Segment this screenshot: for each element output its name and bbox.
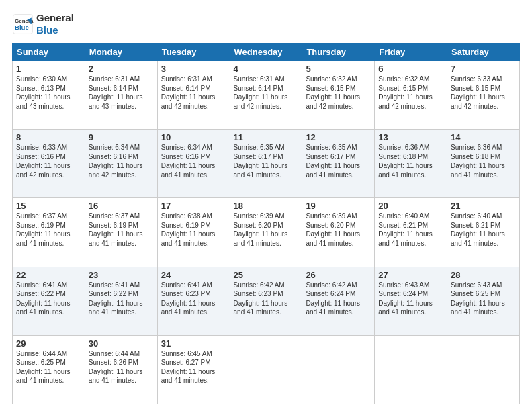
cell-info: Sunrise: 6:43 AMSunset: 6:25 PMDaylight:… xyxy=(451,281,505,316)
calendar-cell: 27 Sunrise: 6:43 AMSunset: 6:24 PMDaylig… xyxy=(375,267,447,335)
day-number: 23 xyxy=(89,270,154,280)
col-header-monday: Monday xyxy=(85,44,157,61)
cell-info: Sunrise: 6:39 AMSunset: 6:20 PMDaylight:… xyxy=(234,212,288,247)
cell-info: Sunrise: 6:41 AMSunset: 6:23 PMDaylight:… xyxy=(161,281,216,316)
day-number: 25 xyxy=(234,270,299,280)
day-number: 22 xyxy=(16,270,81,280)
day-number: 26 xyxy=(306,270,371,280)
cell-info: Sunrise: 6:40 AMSunset: 6:21 PMDaylight:… xyxy=(451,212,505,247)
header: General Blue General Blue xyxy=(12,12,520,36)
calendar-cell: 25 Sunrise: 6:42 AMSunset: 6:23 PMDaylig… xyxy=(230,267,302,335)
calendar-cell xyxy=(302,335,375,404)
calendar-cell xyxy=(375,335,447,404)
day-number: 4 xyxy=(234,64,299,74)
calendar-cell: 30 Sunrise: 6:44 AMSunset: 6:26 PMDaylig… xyxy=(85,335,157,404)
cell-info: Sunrise: 6:36 AMSunset: 6:18 PMDaylight:… xyxy=(451,144,505,179)
cell-info: Sunrise: 6:35 AMSunset: 6:17 PMDaylight:… xyxy=(234,144,288,179)
calendar-cell: 12 Sunrise: 6:35 AMSunset: 6:17 PMDaylig… xyxy=(302,130,375,198)
col-header-wednesday: Wednesday xyxy=(230,44,302,61)
cell-info: Sunrise: 6:38 AMSunset: 6:19 PMDaylight:… xyxy=(161,212,216,247)
calendar-cell: 28 Sunrise: 6:43 AMSunset: 6:25 PMDaylig… xyxy=(447,267,520,335)
day-number: 29 xyxy=(16,338,81,349)
cell-info: Sunrise: 6:44 AMSunset: 6:25 PMDaylight:… xyxy=(16,350,71,385)
calendar-cell: 16 Sunrise: 6:37 AMSunset: 6:19 PMDaylig… xyxy=(85,198,157,267)
cell-info: Sunrise: 6:31 AMSunset: 6:14 PMDaylight:… xyxy=(234,75,288,110)
cell-info: Sunrise: 6:40 AMSunset: 6:21 PMDaylight:… xyxy=(378,212,433,247)
calendar-cell: 11 Sunrise: 6:35 AMSunset: 6:17 PMDaylig… xyxy=(230,130,302,198)
cell-info: Sunrise: 6:34 AMSunset: 6:16 PMDaylight:… xyxy=(89,144,143,179)
col-header-tuesday: Tuesday xyxy=(157,44,230,61)
day-number: 17 xyxy=(161,201,226,211)
day-number: 30 xyxy=(89,338,154,349)
cell-info: Sunrise: 6:42 AMSunset: 6:23 PMDaylight:… xyxy=(234,281,288,316)
svg-text:Blue: Blue xyxy=(15,24,29,31)
calendar-header-row: SundayMondayTuesdayWednesdayThursdayFrid… xyxy=(13,44,520,61)
cell-info: Sunrise: 6:35 AMSunset: 6:17 PMDaylight:… xyxy=(306,144,360,179)
calendar-week-row: 8 Sunrise: 6:33 AMSunset: 6:16 PMDayligh… xyxy=(13,130,520,198)
calendar-cell: 10 Sunrise: 6:34 AMSunset: 6:16 PMDaylig… xyxy=(157,130,230,198)
cell-info: Sunrise: 6:36 AMSunset: 6:18 PMDaylight:… xyxy=(378,144,433,179)
page: General Blue General Blue SundayMondayTu… xyxy=(0,0,532,411)
day-number: 2 xyxy=(89,64,154,74)
day-number: 6 xyxy=(378,64,443,74)
calendar-cell: 26 Sunrise: 6:42 AMSunset: 6:24 PMDaylig… xyxy=(302,267,375,335)
cell-info: Sunrise: 6:30 AMSunset: 6:13 PMDaylight:… xyxy=(16,75,71,110)
col-header-thursday: Thursday xyxy=(302,44,375,61)
day-number: 9 xyxy=(89,132,154,142)
cell-info: Sunrise: 6:32 AMSunset: 6:15 PMDaylight:… xyxy=(306,75,360,110)
calendar-week-row: 29 Sunrise: 6:44 AMSunset: 6:25 PMDaylig… xyxy=(13,335,520,404)
calendar-cell: 6 Sunrise: 6:32 AMSunset: 6:15 PMDayligh… xyxy=(375,61,447,130)
day-number: 11 xyxy=(234,132,299,142)
cell-info: Sunrise: 6:31 AMSunset: 6:14 PMDaylight:… xyxy=(161,75,216,110)
cell-info: Sunrise: 6:37 AMSunset: 6:19 PMDaylight:… xyxy=(89,212,143,247)
day-number: 7 xyxy=(451,64,516,74)
logo-icon: General Blue xyxy=(12,13,34,35)
calendar-cell: 8 Sunrise: 6:33 AMSunset: 6:16 PMDayligh… xyxy=(13,130,85,198)
cell-info: Sunrise: 6:44 AMSunset: 6:26 PMDaylight:… xyxy=(89,350,143,385)
day-number: 27 xyxy=(378,270,443,280)
cell-info: Sunrise: 6:33 AMSunset: 6:15 PMDaylight:… xyxy=(451,75,505,110)
day-number: 5 xyxy=(306,64,371,74)
cell-info: Sunrise: 6:43 AMSunset: 6:24 PMDaylight:… xyxy=(378,281,433,316)
day-number: 20 xyxy=(378,201,443,211)
calendar-cell: 23 Sunrise: 6:41 AMSunset: 6:22 PMDaylig… xyxy=(85,267,157,335)
calendar-cell: 18 Sunrise: 6:39 AMSunset: 6:20 PMDaylig… xyxy=(230,198,302,267)
calendar-cell: 13 Sunrise: 6:36 AMSunset: 6:18 PMDaylig… xyxy=(375,130,447,198)
calendar-week-row: 15 Sunrise: 6:37 AMSunset: 6:19 PMDaylig… xyxy=(13,198,520,267)
calendar-cell: 3 Sunrise: 6:31 AMSunset: 6:14 PMDayligh… xyxy=(157,61,230,130)
calendar-cell: 17 Sunrise: 6:38 AMSunset: 6:19 PMDaylig… xyxy=(157,198,230,267)
day-number: 14 xyxy=(451,132,516,142)
day-number: 8 xyxy=(16,132,81,142)
col-header-saturday: Saturday xyxy=(447,44,520,61)
cell-info: Sunrise: 6:45 AMSunset: 6:27 PMDaylight:… xyxy=(161,350,216,385)
day-number: 21 xyxy=(451,201,516,211)
col-header-sunday: Sunday xyxy=(13,44,85,61)
cell-info: Sunrise: 6:32 AMSunset: 6:15 PMDaylight:… xyxy=(378,75,433,110)
day-number: 15 xyxy=(16,201,81,211)
calendar-table: SundayMondayTuesdayWednesdayThursdayFrid… xyxy=(12,43,520,404)
calendar-cell: 14 Sunrise: 6:36 AMSunset: 6:18 PMDaylig… xyxy=(447,130,520,198)
cell-info: Sunrise: 6:37 AMSunset: 6:19 PMDaylight:… xyxy=(16,212,71,247)
cell-info: Sunrise: 6:39 AMSunset: 6:20 PMDaylight:… xyxy=(306,212,360,247)
day-number: 10 xyxy=(161,132,226,142)
cell-info: Sunrise: 6:41 AMSunset: 6:22 PMDaylight:… xyxy=(89,281,143,316)
day-number: 12 xyxy=(306,132,371,142)
calendar-cell: 2 Sunrise: 6:31 AMSunset: 6:14 PMDayligh… xyxy=(85,61,157,130)
day-number: 13 xyxy=(378,132,443,142)
calendar-cell: 1 Sunrise: 6:30 AMSunset: 6:13 PMDayligh… xyxy=(13,61,85,130)
calendar-week-row: 22 Sunrise: 6:41 AMSunset: 6:22 PMDaylig… xyxy=(13,267,520,335)
day-number: 16 xyxy=(89,201,154,211)
cell-info: Sunrise: 6:34 AMSunset: 6:16 PMDaylight:… xyxy=(161,144,216,179)
day-number: 28 xyxy=(451,270,516,280)
cell-info: Sunrise: 6:42 AMSunset: 6:24 PMDaylight:… xyxy=(306,281,360,316)
cell-info: Sunrise: 6:31 AMSunset: 6:14 PMDaylight:… xyxy=(89,75,143,110)
day-number: 3 xyxy=(161,64,226,74)
calendar-cell: 5 Sunrise: 6:32 AMSunset: 6:15 PMDayligh… xyxy=(302,61,375,130)
calendar-body: 1 Sunrise: 6:30 AMSunset: 6:13 PMDayligh… xyxy=(13,61,520,404)
calendar-cell: 19 Sunrise: 6:39 AMSunset: 6:20 PMDaylig… xyxy=(302,198,375,267)
calendar-cell xyxy=(447,335,520,404)
calendar-cell: 22 Sunrise: 6:41 AMSunset: 6:22 PMDaylig… xyxy=(13,267,85,335)
day-number: 18 xyxy=(234,201,299,211)
calendar-cell: 20 Sunrise: 6:40 AMSunset: 6:21 PMDaylig… xyxy=(375,198,447,267)
calendar-cell: 31 Sunrise: 6:45 AMSunset: 6:27 PMDaylig… xyxy=(157,335,230,404)
